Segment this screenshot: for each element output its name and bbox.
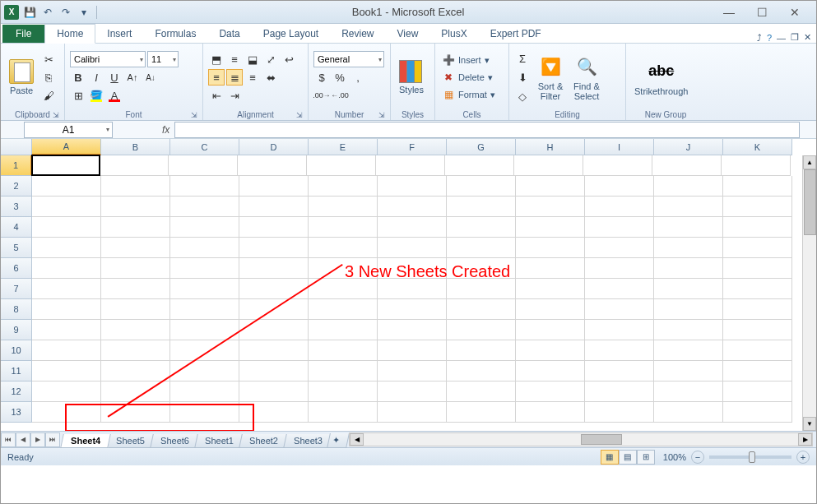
prev-sheet-button[interactable]: ◀ — [16, 432, 30, 447]
row-header[interactable]: 6 — [1, 258, 32, 279]
cell[interactable] — [447, 402, 516, 423]
cell[interactable] — [239, 381, 309, 402]
scroll-left-button[interactable]: ◀ — [350, 433, 364, 446]
row-header[interactable]: 2 — [1, 176, 32, 197]
cell[interactable] — [32, 299, 101, 320]
cell[interactable] — [170, 361, 239, 381]
zoom-thumb[interactable] — [749, 451, 755, 463]
font-color-button[interactable]: A — [106, 87, 123, 104]
row-header[interactable]: 12 — [1, 381, 32, 402]
zoom-slider[interactable] — [709, 455, 791, 459]
strikethrough-button[interactable]: abc Strikethrough — [631, 57, 691, 98]
dialog-launcher[interactable]: ⇲ — [378, 111, 385, 119]
cell[interactable] — [309, 361, 378, 381]
cell[interactable] — [32, 176, 101, 197]
cell[interactable] — [170, 217, 239, 238]
cell[interactable] — [447, 217, 516, 238]
cell[interactable] — [101, 279, 170, 299]
column-header[interactable]: G — [447, 139, 516, 155]
cell[interactable] — [723, 176, 792, 197]
minimize-ribbon-button[interactable]: ⤴ — [757, 33, 762, 43]
cell[interactable] — [378, 197, 447, 217]
maximize-button[interactable]: ☐ — [750, 4, 773, 21]
styles-button[interactable]: Styles — [396, 58, 427, 96]
cell[interactable] — [516, 279, 585, 299]
dialog-launcher[interactable]: ⇲ — [53, 111, 59, 119]
insert-button[interactable]: ➕Insert ▾ — [440, 53, 491, 67]
format-painter-button[interactable]: 🖌 — [40, 87, 57, 104]
cell[interactable] — [32, 238, 101, 258]
cell[interactable] — [516, 340, 585, 361]
percent-button[interactable]: % — [332, 69, 348, 86]
column-header[interactable]: H — [516, 139, 585, 155]
cell[interactable] — [309, 340, 378, 361]
cell[interactable] — [32, 361, 101, 381]
align-right-button[interactable]: ≡ — [244, 69, 261, 86]
clear-button[interactable]: ◇ — [514, 88, 531, 104]
cell[interactable] — [239, 238, 309, 258]
workbook-minimize[interactable]: ― — [777, 33, 786, 43]
tab-view[interactable]: View — [386, 25, 430, 43]
cell[interactable] — [170, 279, 239, 299]
cell[interactable] — [101, 176, 170, 197]
cell[interactable] — [654, 279, 723, 299]
worksheet-grid[interactable]: A B C D E F G H I J K 12345678910111213 … — [1, 139, 816, 431]
last-sheet-button[interactable]: ⏭ — [45, 432, 60, 447]
cell[interactable] — [516, 402, 585, 423]
cell[interactable] — [585, 197, 654, 217]
cell[interactable] — [654, 217, 723, 238]
cell[interactable] — [378, 238, 447, 258]
cell[interactable] — [723, 299, 792, 320]
cell[interactable] — [585, 299, 654, 320]
cell[interactable] — [32, 279, 101, 299]
cell[interactable] — [652, 155, 722, 176]
cell[interactable] — [447, 197, 516, 217]
cell[interactable] — [585, 176, 654, 197]
row-header[interactable]: 7 — [1, 279, 32, 299]
first-sheet-button[interactable]: ⏮ — [1, 432, 16, 447]
file-tab[interactable]: File — [2, 25, 44, 43]
cell[interactable] — [239, 258, 309, 279]
column-header[interactable]: D — [239, 139, 309, 155]
cell[interactable] — [309, 299, 378, 320]
borders-button[interactable]: ⊞ — [70, 87, 86, 104]
decrease-font-button[interactable]: A↓ — [142, 69, 159, 86]
cell[interactable] — [516, 381, 585, 402]
cell[interactable] — [101, 340, 170, 361]
cell[interactable] — [378, 217, 447, 238]
cell[interactable] — [239, 340, 309, 361]
scroll-thumb[interactable] — [581, 434, 622, 445]
cell[interactable] — [170, 238, 239, 258]
bold-button[interactable]: B — [70, 69, 86, 86]
align-top-button[interactable]: ⬒ — [208, 51, 225, 67]
zoom-in-button[interactable]: + — [796, 451, 810, 464]
cell[interactable] — [514, 155, 583, 176]
paste-button[interactable]: Paste — [6, 58, 37, 97]
decrease-decimal-button[interactable]: ←.00 — [332, 87, 348, 104]
undo-button[interactable]: ↶ — [40, 5, 55, 20]
cell[interactable] — [378, 402, 447, 423]
scroll-down-button[interactable]: ▼ — [803, 417, 816, 431]
sheet-tab[interactable]: Sheet1 — [194, 434, 244, 448]
cell[interactable] — [239, 299, 309, 320]
row-header[interactable]: 11 — [1, 361, 32, 381]
cell[interactable] — [170, 299, 239, 320]
page-break-view-button[interactable]: ⊞ — [637, 450, 655, 465]
workbook-restore[interactable]: ❐ — [791, 32, 799, 43]
cell[interactable] — [585, 340, 654, 361]
tab-review[interactable]: Review — [330, 25, 385, 43]
sheet-tab[interactable]: Sheet3 — [283, 434, 332, 448]
cell[interactable] — [654, 361, 723, 381]
cell[interactable] — [723, 361, 792, 381]
cell[interactable] — [654, 258, 723, 279]
cell[interactable] — [239, 279, 309, 299]
column-header[interactable]: A — [32, 139, 101, 155]
cell[interactable] — [447, 176, 516, 197]
cell[interactable] — [378, 176, 447, 197]
cell[interactable] — [447, 361, 516, 381]
currency-button[interactable]: $ — [313, 69, 330, 86]
cell[interactable] — [307, 155, 376, 176]
column-header[interactable]: J — [654, 139, 723, 155]
cell[interactable] — [516, 361, 585, 381]
qat-customize[interactable]: ▾ — [77, 5, 91, 20]
